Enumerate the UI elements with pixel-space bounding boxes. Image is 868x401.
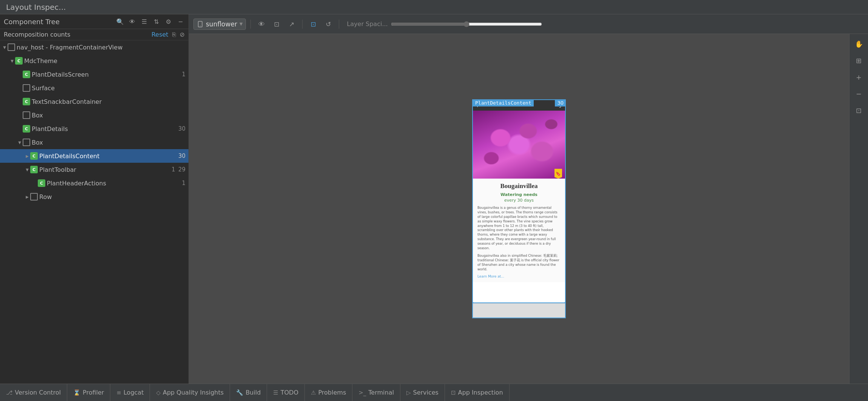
tree-icon-5: C (23, 98, 30, 105)
bookmark-icon[interactable]: 🔖 (554, 169, 562, 179)
status-item-app-inspection[interactable]: ⊡App Inspection (445, 384, 510, 401)
status-item-terminal[interactable]: >_Terminal (352, 384, 400, 401)
tree-arrow-1[interactable] (2, 44, 8, 50)
tree-label-3: PlantDetailsScreen (32, 71, 179, 78)
tree-icon-6 (23, 111, 30, 119)
tree-icon-10: C (30, 166, 38, 173)
search-icon[interactable]: 🔍 (116, 17, 124, 26)
tree-item[interactable]: nav_host - FragmentContainerView (0, 40, 188, 54)
todo-label: TODO (281, 389, 298, 396)
todo-icon: ☰ (273, 389, 278, 396)
phone-top-bar: ‹ ⤴ (473, 100, 565, 111)
svg-point-1 (200, 25, 201, 26)
plant-name: Bougainvillea (477, 182, 561, 190)
status-item-profiler[interactable]: ⌛Profiler (67, 384, 110, 401)
left-panel: Component Tree 🔍 👁 ☰ ⇅ ⚙ − Recomposition… (0, 14, 189, 384)
tree-item[interactable]: CPlantToolbar129 (0, 163, 188, 176)
problems-label: Problems (318, 389, 346, 396)
status-bar: ⎇Version Control⌛Profiler≡Logcat◇App Qua… (0, 384, 868, 401)
build-label: Build (246, 389, 261, 396)
tree-item[interactable]: Surface (0, 81, 188, 95)
phone-plant-image: 🔖 (473, 111, 565, 179)
phone-mockup: PlantDetailsContent 30 ‹ ⤴ 🔖 (472, 99, 566, 318)
export-icon[interactable]: ↗ (286, 18, 298, 30)
tree-label-12: Row (39, 193, 185, 200)
fit-screen-icon[interactable]: ⊡ (852, 103, 866, 117)
tree-icon-3: C (23, 71, 30, 78)
layer-slider-container (391, 21, 542, 27)
tree-arrow-12[interactable] (24, 194, 30, 200)
camera-select-icon[interactable]: ⊡ (307, 18, 319, 30)
tree-arrow-8[interactable] (17, 139, 23, 145)
profiler-icon: ⌛ (73, 389, 80, 396)
phone-icon (197, 21, 204, 28)
layout-icon[interactable]: ⊡ (270, 18, 283, 30)
tree-label-7: PlantDetails (32, 125, 175, 133)
collapse-icon[interactable]: − (176, 17, 185, 26)
tree-icon-2: C (15, 57, 23, 65)
problems-icon: ⚠ (311, 389, 316, 396)
device-selector[interactable]: sunflower ▼ (193, 19, 246, 30)
zoom-in-icon[interactable]: + (852, 70, 866, 84)
list-icon[interactable]: ☰ (140, 17, 148, 26)
tree-label-4: Surface (32, 85, 185, 92)
eye-icon[interactable]: 👁 (128, 17, 136, 26)
tree-label-11: PlantHeaderActions (47, 180, 179, 187)
tree-item[interactable]: Row (0, 190, 188, 204)
tree-item[interactable]: CMdcTheme (0, 54, 188, 68)
status-item-logcat[interactable]: ≡Logcat (110, 384, 150, 401)
status-item-version-control[interactable]: ⎇Version Control (0, 384, 67, 401)
tree-item[interactable]: CPlantDetailsScreen1 (0, 68, 188, 81)
layer-slider[interactable] (391, 21, 542, 27)
chevron-down-icon: ▼ (239, 22, 242, 26)
canvas-area: PlantDetailsContent 30 ‹ ⤴ 🔖 (189, 34, 849, 384)
zoom-out-icon[interactable]: − (852, 87, 866, 100)
status-item-build[interactable]: 🔧Build (230, 384, 267, 401)
plant-learn-more-link[interactable]: Learn More at... (477, 275, 561, 278)
panel-icon-group: 🔍 👁 ☰ ⇅ ⚙ − (116, 17, 185, 26)
status-item-services[interactable]: ▷Services (400, 384, 445, 401)
hand-tool-icon[interactable]: ✋ (852, 37, 866, 51)
terminal-icon: >_ (358, 389, 366, 396)
reset-button[interactable]: Reset (151, 31, 168, 38)
panel-title: Component Tree (4, 18, 60, 26)
tree-item[interactable]: CPlantHeaderActions1 (0, 176, 188, 190)
refresh-icon[interactable]: ↺ (322, 18, 334, 30)
tree-icon-11: C (38, 179, 45, 187)
services-label: Services (413, 389, 438, 396)
tree-arrow-2[interactable] (9, 58, 15, 64)
panel-header: Component Tree 🔍 👁 ☰ ⇅ ⚙ − (0, 14, 188, 29)
services-icon: ▷ (406, 389, 411, 396)
tree-item[interactable]: Box (0, 136, 188, 149)
tree-label-2: MdcTheme (24, 57, 185, 65)
profiler-label: Profiler (83, 389, 104, 396)
tree-arrow-9[interactable] (24, 153, 30, 159)
right-side-toolbar: ✋ ⊞ + − ⊡ (849, 34, 868, 384)
block-icon[interactable]: ⊘ (180, 31, 185, 38)
phone-share-button[interactable]: ⤴ (559, 102, 562, 109)
tree-label-9: PlantDetailsContent (39, 153, 175, 160)
tree-label-10: PlantToolbar (39, 166, 168, 173)
settings-icon[interactable]: ⚙ (164, 17, 173, 26)
watering-days: every 30 days (477, 198, 561, 203)
logcat-icon: ≡ (116, 389, 121, 396)
tree-label-1: nav_host - FragmentContainerView (17, 44, 185, 51)
status-item-problems[interactable]: ⚠Problems (305, 384, 352, 401)
status-item-app-quality[interactable]: ◇App Quality Insights (150, 384, 230, 401)
status-item-todo[interactable]: ☰TODO (267, 384, 305, 401)
tree-icon-12 (30, 193, 38, 200)
tree-item[interactable]: CPlantDetailsContent30 (0, 149, 188, 163)
tree-item[interactable]: Box (0, 108, 188, 122)
tree-item[interactable]: CTextSnackbarContainer (0, 95, 188, 108)
main-area: Component Tree 🔍 👁 ☰ ⇅ ⚙ − Recomposition… (0, 14, 868, 384)
filter-icon[interactable]: ⇅ (152, 17, 161, 26)
title-bar: Layout Inspec... (0, 0, 868, 14)
version-control-label: Version Control (15, 389, 61, 396)
tree-arrow-10[interactable] (24, 167, 30, 173)
tree-item[interactable]: CPlantDetails30 (0, 122, 188, 136)
phone-back-button[interactable]: ‹ (476, 102, 478, 109)
eye-toggle-icon[interactable]: 👁 (255, 18, 267, 30)
layout-inspector-icon[interactable]: ⊞ (852, 54, 866, 67)
tree-count-3: 1 (182, 71, 185, 78)
copy-icon[interactable]: ⎘ (172, 31, 176, 38)
